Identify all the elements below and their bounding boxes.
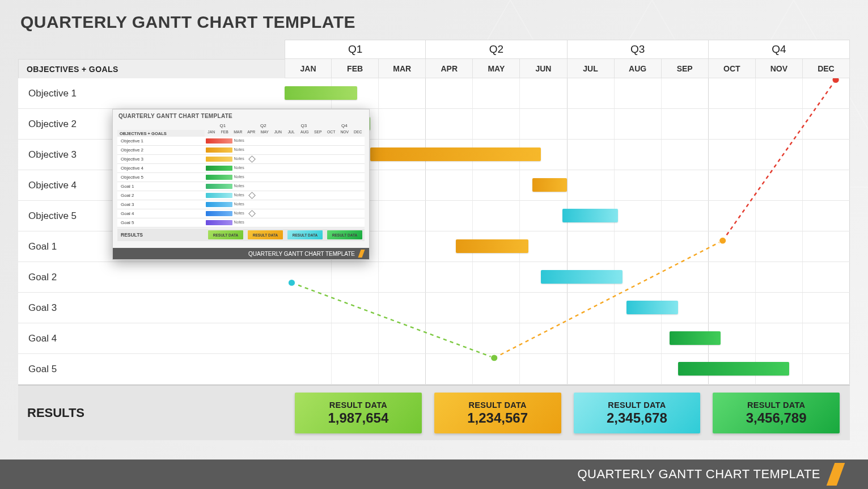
thumb-row: Goal 3 Notes (117, 200, 365, 209)
result-title: RESULT DATA (468, 401, 526, 410)
gantt-bar[interactable] (678, 362, 789, 376)
thumbnail-preview: QUARTERLY GANTT CHART TEMPLATE Q1Q2Q3Q4O… (112, 109, 370, 260)
quarter-header: Q4 (709, 40, 850, 59)
row-label: Objective 1 (18, 78, 295, 108)
footer-bar: QUARTERLY GANTT CHART TEMPLATE (0, 460, 868, 489)
thumb-month: AUG (298, 130, 312, 137)
thumb-month: OCT (325, 130, 338, 137)
thumb-row-label: Objective 3 (117, 155, 206, 163)
month-header: AUG (615, 59, 662, 78)
thumb-row-label: Goal 4 (117, 209, 206, 218)
result-value: 3,456,789 (746, 410, 807, 426)
result-value: 1,234,567 (467, 410, 528, 426)
thumb-month: JAN (205, 130, 218, 137)
gantt-bar[interactable] (670, 331, 721, 345)
results-label: RESULTS (18, 386, 294, 440)
quarter-header: Q1 (285, 40, 426, 59)
thumb-month: SEP (311, 130, 325, 137)
thumb-note: Notes (234, 147, 244, 151)
gantt-bar[interactable] (456, 239, 528, 253)
results-row: RESULTSRESULT DATA1,987,654RESULT DATA1,… (18, 385, 850, 440)
thumb-footer: QUARTERLY GANTT CHART TEMPLATE (113, 248, 369, 259)
result-box[interactable]: RESULT DATA2,345,678 (574, 393, 701, 433)
gantt-row: Objective 1 (18, 78, 850, 109)
month-header: JUL (568, 59, 615, 78)
row-grid (285, 78, 850, 108)
row-label: Goal 5 (18, 354, 295, 384)
month-header: SEP (662, 59, 709, 78)
result-box[interactable]: RESULT DATA1,987,654 (295, 393, 422, 433)
month-header-row: JANFEBMARAPRMAYJUNJULAUGSEPOCTNOVDEC (285, 59, 850, 78)
thumb-cells: Notes (206, 182, 365, 191)
thumb-cells: Notes (206, 200, 365, 209)
thumb-cells: Notes (206, 155, 365, 163)
thumb-grid: Q1Q2Q3Q4OBJECTIVES + GOALSJANFEBMARAPRMA… (117, 123, 365, 232)
thumb-row-header: OBJECTIVES + GOALS (117, 130, 205, 137)
thumb-bar (206, 193, 232, 198)
thumb-row: Objective 2 Notes (117, 146, 365, 155)
thumb-cells: Notes (206, 209, 365, 218)
thumb-cells: Notes (206, 146, 365, 154)
thumb-cells: Notes (206, 173, 365, 182)
thumb-row: Goal 1 Notes (117, 182, 365, 191)
thumb-results: RESULTSRESULT DATARESULT DATARESULT DATA… (117, 229, 365, 241)
gantt-bar[interactable] (626, 301, 678, 314)
gantt-row: Goal 4 (18, 323, 850, 354)
result-title: RESULT DATA (747, 401, 805, 410)
gantt-bar[interactable] (562, 209, 618, 222)
month-header: FEB (332, 59, 379, 78)
row-grid (285, 293, 850, 323)
thumb-footer-text: QUARTERLY GANTT CHART TEMPLATE (248, 251, 355, 257)
thumb-month: DEC (352, 130, 365, 137)
gantt-row: Goal 3 (18, 293, 850, 323)
footer-title: QUARTERLY GANTT CHART TEMPLATE (577, 467, 820, 482)
thumb-row-label: Goal 3 (117, 200, 206, 209)
result-box[interactable]: RESULT DATA3,456,789 (713, 393, 840, 433)
result-title: RESULT DATA (329, 401, 387, 410)
row-label: Goal 4 (18, 323, 295, 353)
thumb-row-label: Goal 2 (117, 191, 206, 200)
thumb-row: Objective 3 Notes (117, 155, 365, 164)
gantt-bar[interactable] (541, 270, 622, 284)
thumb-month: JUN (272, 130, 285, 137)
thumb-bar (206, 138, 232, 144)
month-header: MAY (473, 59, 520, 78)
row-label: Goal 2 (18, 262, 295, 292)
gantt-bar[interactable] (285, 86, 357, 100)
thumb-bar (206, 175, 232, 180)
thumb-cells: Notes (206, 137, 365, 145)
results-boxes: RESULT DATA1,987,654RESULT DATA1,234,567… (285, 393, 850, 433)
thumb-row-label: Objective 2 (117, 146, 206, 154)
thumb-row-label: Objective 1 (117, 137, 206, 145)
thumb-cells: Notes (206, 164, 365, 172)
thumb-bar (206, 220, 232, 225)
gantt-header: OBJECTIVES + GOALS Q1Q2Q3Q4 JANFEBMARAPR… (18, 40, 850, 78)
thumb-bar (206, 157, 232, 162)
row-header-label: OBJECTIVES + GOALS (18, 59, 293, 79)
thumb-bar (206, 211, 232, 216)
quarter-header: Q2 (426, 40, 567, 59)
thumb-month: NOV (338, 130, 352, 137)
thumb-row: Objective 4 Notes (117, 164, 365, 173)
thumb-row-label: Goal 1 (117, 182, 206, 191)
gantt-row: Goal 5 (18, 354, 850, 385)
thumb-title: QUARTERLY GANTT CHART TEMPLATE (118, 113, 232, 119)
month-header: NOV (756, 59, 803, 78)
thumb-result-box: RESULT DATA (287, 230, 323, 239)
milestone-diamond-icon (249, 155, 256, 163)
month-header: OCT (709, 59, 756, 78)
thumb-row-label: Goal 5 (117, 218, 206, 227)
thumb-bar (206, 184, 232, 189)
thumb-month: MAY (258, 130, 272, 137)
gantt-bar[interactable] (532, 178, 566, 192)
row-grid (285, 323, 850, 353)
accent-stripe-icon (358, 250, 365, 258)
thumb-row: Goal 2 Notes (117, 191, 365, 200)
gantt-bar[interactable] (370, 147, 541, 161)
result-box[interactable]: RESULT DATA1,234,567 (434, 393, 561, 433)
gantt-row: Goal 2 (18, 262, 850, 293)
thumb-result-box: RESULT DATA (248, 230, 283, 239)
thumb-note: Notes (234, 211, 244, 215)
thumb-result-box: RESULT DATA (327, 230, 362, 239)
thumb-row: Goal 4 Notes (117, 209, 365, 218)
